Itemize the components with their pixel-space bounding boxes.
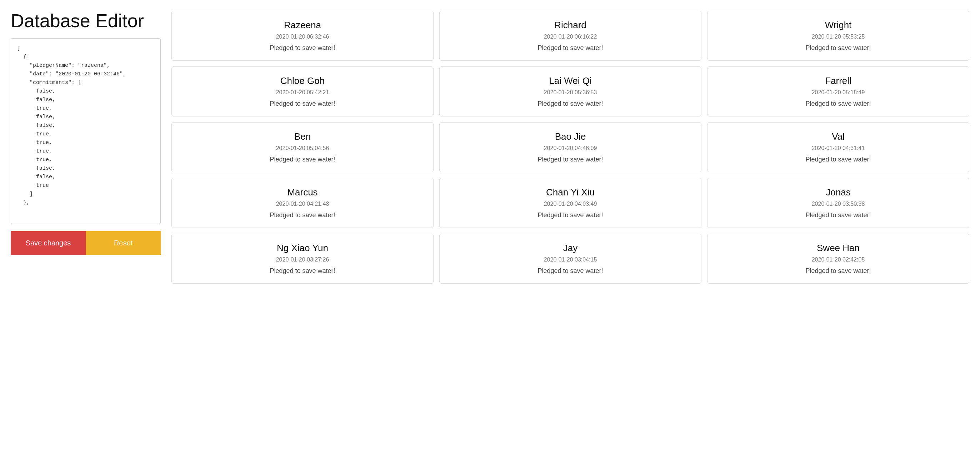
pledge-card: Bao Jie2020-01-20 04:46:09Pledged to sav… bbox=[439, 122, 702, 172]
card-date: 2020-01-20 03:27:26 bbox=[276, 256, 329, 263]
pledge-card: Jay2020-01-20 03:04:15Pledged to save wa… bbox=[439, 234, 702, 283]
reset-button[interactable]: Reset bbox=[86, 231, 161, 255]
pledge-card: Lai Wei Qi2020-01-20 05:36:53Pledged to … bbox=[439, 67, 702, 116]
card-pledge: Pledged to save water! bbox=[538, 156, 603, 163]
card-date: 2020-01-20 02:42:05 bbox=[812, 256, 865, 263]
pledge-card: Chloe Goh2020-01-20 05:42:21Pledged to s… bbox=[172, 67, 434, 116]
pledge-card: Ng Xiao Yun2020-01-20 03:27:26Pledged to… bbox=[172, 234, 434, 283]
card-date: 2020-01-20 05:36:53 bbox=[544, 89, 597, 96]
card-date: 2020-01-20 04:31:41 bbox=[812, 145, 865, 151]
card-pledge: Pledged to save water! bbox=[270, 100, 335, 108]
card-date: 2020-01-20 05:53:25 bbox=[812, 33, 865, 40]
card-pledge: Pledged to save water! bbox=[270, 156, 335, 163]
card-date: 2020-01-20 06:32:46 bbox=[276, 33, 329, 40]
card-name: Jonas bbox=[826, 187, 850, 198]
card-pledge: Pledged to save water! bbox=[270, 44, 335, 52]
save-button[interactable]: Save changes bbox=[11, 231, 86, 255]
pledge-card: Chan Yi Xiu2020-01-20 04:03:49Pledged to… bbox=[439, 178, 702, 228]
card-date: 2020-01-20 04:46:09 bbox=[544, 145, 597, 151]
card-date: 2020-01-20 04:03:49 bbox=[544, 201, 597, 207]
card-date: 2020-01-20 04:21:48 bbox=[276, 201, 329, 207]
card-name: Richard bbox=[554, 20, 586, 31]
card-name: Chloe Goh bbox=[280, 75, 325, 86]
card-date: 2020-01-20 06:16:22 bbox=[544, 33, 597, 40]
card-date: 2020-01-20 03:50:38 bbox=[812, 201, 865, 207]
card-name: Val bbox=[832, 131, 845, 142]
card-pledge: Pledged to save water! bbox=[805, 212, 871, 219]
pledge-card: Richard2020-01-20 06:16:22Pledged to sav… bbox=[439, 11, 702, 61]
cards-grid: Razeena2020-01-20 06:32:46Pledged to sav… bbox=[172, 11, 969, 462]
card-name: Farrell bbox=[825, 75, 851, 86]
card-pledge: Pledged to save water! bbox=[538, 267, 603, 275]
card-pledge: Pledged to save water! bbox=[538, 100, 603, 108]
card-pledge: Pledged to save water! bbox=[805, 156, 871, 163]
card-pledge: Pledged to save water! bbox=[805, 44, 871, 52]
card-name: Ben bbox=[294, 131, 311, 142]
card-name: Jay bbox=[563, 242, 578, 254]
json-editor[interactable] bbox=[11, 38, 161, 224]
card-date: 2020-01-20 05:18:49 bbox=[812, 89, 865, 96]
card-name: Ng Xiao Yun bbox=[277, 242, 328, 254]
card-pledge: Pledged to save water! bbox=[805, 100, 871, 108]
pledge-card: Val2020-01-20 04:31:41Pledged to save wa… bbox=[707, 122, 969, 172]
pledge-card: Jonas2020-01-20 03:50:38Pledged to save … bbox=[707, 178, 969, 228]
card-pledge: Pledged to save water! bbox=[270, 212, 335, 219]
card-name: Chan Yi Xiu bbox=[546, 187, 595, 198]
pledge-card: Wright2020-01-20 05:53:25Pledged to save… bbox=[707, 11, 969, 61]
pledge-card: Swee Han2020-01-20 02:42:05Pledged to sa… bbox=[707, 234, 969, 283]
page-title: Database Editor bbox=[11, 11, 161, 31]
card-name: Bao Jie bbox=[555, 131, 586, 142]
card-date: 2020-01-20 05:04:56 bbox=[276, 145, 329, 151]
pledge-card: Razeena2020-01-20 06:32:46Pledged to sav… bbox=[172, 11, 434, 61]
button-row: Save changes Reset bbox=[11, 231, 161, 255]
pledge-card: Ben2020-01-20 05:04:56Pledged to save wa… bbox=[172, 122, 434, 172]
card-pledge: Pledged to save water! bbox=[270, 267, 335, 275]
card-name: Wright bbox=[825, 20, 852, 31]
pledge-card: Marcus2020-01-20 04:21:48Pledged to save… bbox=[172, 178, 434, 228]
card-date: 2020-01-20 03:04:15 bbox=[544, 256, 597, 263]
left-panel: Database Editor Save changes Reset bbox=[11, 11, 161, 462]
card-name: Lai Wei Qi bbox=[549, 75, 592, 86]
card-date: 2020-01-20 05:42:21 bbox=[276, 89, 329, 96]
card-pledge: Pledged to save water! bbox=[538, 44, 603, 52]
card-name: Marcus bbox=[287, 187, 318, 198]
card-name: Razeena bbox=[284, 20, 321, 31]
pledge-card: Farrell2020-01-20 05:18:49Pledged to sav… bbox=[707, 67, 969, 116]
card-pledge: Pledged to save water! bbox=[805, 267, 871, 275]
card-pledge: Pledged to save water! bbox=[538, 212, 603, 219]
card-name: Swee Han bbox=[817, 242, 860, 254]
